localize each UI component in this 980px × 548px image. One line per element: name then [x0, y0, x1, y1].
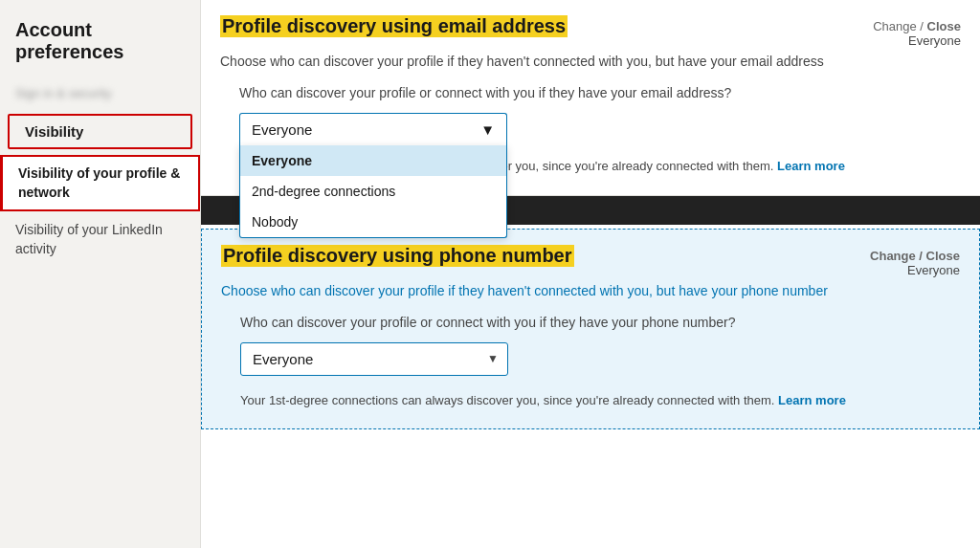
phone-info-text: Your 1st-degree connections can always d… [240, 391, 960, 410]
phone-discovery-section: Profile discovery using phone number Cha… [201, 229, 980, 430]
phone-close-label[interactable]: Close [926, 249, 960, 263]
sidebar-redacted-label: Sign in & security [0, 78, 200, 108]
email-change-label[interactable]: Change / [873, 19, 924, 33]
email-discovery-section: Profile discovery using email address Ch… [201, 0, 980, 196]
phone-current-value: Everyone [870, 263, 960, 277]
phone-dropdown-wrapper: Everyone 2nd-degree connections Nobody ▼ [240, 342, 508, 376]
email-option-2nd-degree[interactable]: 2nd-degree connections [240, 176, 506, 207]
phone-dropdown-select[interactable]: Everyone 2nd-degree connections Nobody [240, 342, 508, 376]
email-option-everyone[interactable]: Everyone [240, 145, 506, 176]
sidebar-item-profile-network[interactable]: Visibility of your profile & network [0, 155, 200, 211]
email-dropdown-container: Everyone ▼ Everyone 2nd-degree connectio… [239, 113, 507, 145]
email-close-label[interactable]: Close [927, 19, 961, 33]
phone-section-body: Who can discover your profile or connect… [202, 313, 979, 429]
sidebar: Account preferences Sign in & security V… [0, 0, 201, 548]
phone-section-actions: Change / Close Everyone [870, 245, 960, 277]
email-dropdown-selected: Everyone [252, 121, 312, 138]
email-section-header: Profile discovery using email address Ch… [201, 0, 980, 48]
phone-section-title: Profile discovery using phone number [221, 245, 574, 267]
chevron-down-icon: ▼ [480, 121, 495, 138]
sidebar-title: Account preferences [0, 19, 200, 78]
email-option-nobody[interactable]: Nobody [240, 207, 506, 237]
email-section-body: Who can discover your profile or connect… [201, 83, 980, 195]
sidebar-item-linkedin-activity[interactable]: Visibility of your LinkedIn activity [0, 213, 200, 266]
phone-change-label[interactable]: Change / [870, 249, 923, 263]
phone-question: Who can discover your profile or connect… [240, 313, 960, 333]
email-section-title-wrapper: Profile discovery using email address [220, 15, 568, 41]
email-section-actions: Change / Close Everyone [873, 15, 961, 48]
email-learn-more-link[interactable]: Learn more [777, 159, 845, 173]
email-dropdown-trigger[interactable]: Everyone ▼ [239, 113, 507, 145]
email-question: Who can discover your profile or connect… [239, 83, 961, 103]
email-dropdown-options: Everyone 2nd-degree connections Nobody [239, 145, 507, 238]
email-current-value: Everyone [873, 33, 961, 48]
main-content: Profile discovery using email address Ch… [201, 0, 980, 548]
phone-learn-more-link[interactable]: Learn more [778, 393, 846, 407]
phone-section-description: Choose who can discover your profile if … [202, 277, 979, 313]
sidebar-visibility-header: Visibility [8, 114, 192, 149]
email-section-title: Profile discovery using email address [220, 15, 568, 37]
phone-section-title-wrapper: Profile discovery using phone number [221, 245, 574, 271]
email-section-description: Choose who can discover your profile if … [201, 48, 980, 83]
